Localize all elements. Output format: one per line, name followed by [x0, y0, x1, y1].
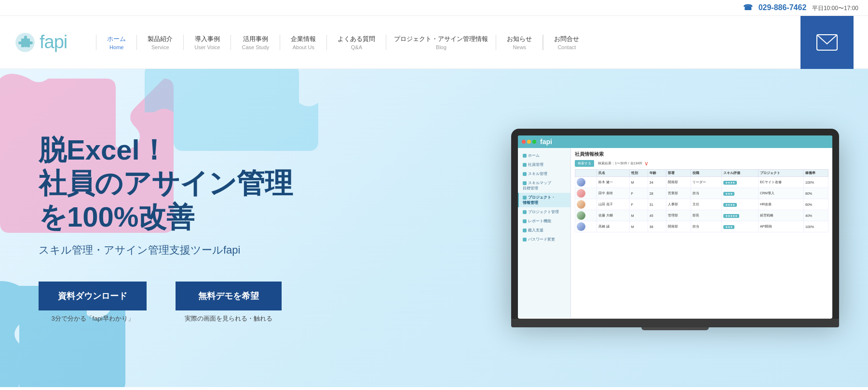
sidebar-skillmap[interactable]: スキルマップ目標管理: [518, 178, 570, 193]
nav-item-service[interactable]: 製品紹介 Service: [137, 35, 184, 50]
screen-header-bar: fapi: [518, 135, 832, 148]
screen-main-area: 社員情報検索 検索する 検索結果：1〜30件 / 全134件 ∨ 氏名: [571, 148, 832, 318]
logo-link[interactable]: fapi: [14, 32, 67, 53]
nav-item-contact-en: Contact: [557, 44, 576, 50]
sidebar-support[interactable]: 鑑入支援: [518, 226, 570, 235]
search-button[interactable]: 検索する: [575, 160, 594, 167]
cell-rate: 100%: [804, 221, 828, 232]
col-rate: 稼働率: [804, 170, 828, 177]
nav-item-blog[interactable]: プロジェクト・アサイン管理情報 Blog: [386, 35, 496, 50]
nav-item-news[interactable]: お知らせ News: [496, 35, 543, 50]
sidebar-employee[interactable]: 社員管理: [518, 160, 570, 169]
headline-line3: を100%改善: [39, 201, 194, 232]
hero-section: 脱Excel！ 社員のアサイン管理 を100%改善 スキル管理・アサイン管理支援…: [0, 69, 868, 387]
logo-text: fapi: [40, 32, 67, 53]
cell-name: 鈴木 健一: [597, 177, 629, 188]
cell-avatar: [575, 177, 597, 188]
cell-rate: 100%: [804, 177, 828, 188]
cell-project: ECサイト改修: [758, 177, 803, 188]
sidebar-skill[interactable]: スキル管理: [518, 169, 570, 178]
nav-item-aboutus-ja: 企業情報: [291, 35, 316, 43]
cell-age: 45: [648, 210, 666, 221]
col-age: 年齢: [648, 170, 666, 177]
sidebar-home[interactable]: ホーム: [518, 151, 570, 160]
nav-item-casestudy-ja: 活用事例: [243, 35, 268, 43]
top-bar: ☎ 029-886-7462 平日10:00〜17:00: [0, 0, 868, 16]
main-nav: ホーム Home 製品紹介 Service 導入事例 User Voice 活用…: [96, 35, 800, 50]
demo-button[interactable]: 無料デモを希望: [176, 282, 282, 310]
table-row[interactable]: 佐藤 大輔 M 45 管理部 部長 ★★★★★ 経営戦略 40%: [575, 210, 828, 221]
cell-rate: 40%: [804, 210, 828, 221]
table-row[interactable]: 高橋 誠 M 38 開発部 担当 ★★★ API開発 100%: [575, 221, 828, 232]
close-dot: [522, 140, 526, 144]
nav-item-casestudy[interactable]: 活用事例 Case Study: [231, 35, 280, 50]
laptop-base: [511, 319, 839, 327]
result-count: 検索結果：1〜30件 / 全134件: [598, 161, 642, 166]
sidebar-report[interactable]: レポート機能: [518, 216, 570, 226]
headline-line2: 社員のアサイン管理: [39, 167, 293, 199]
cell-skill: ★★★★: [721, 199, 758, 210]
dropdown-arrow[interactable]: ∨: [644, 160, 649, 167]
sidebar-projmgmt[interactable]: プロジェクト管理: [518, 207, 570, 216]
employee-table: 氏名 性別 年齢 部署 役職 スキル評価 プロジェクト 稼働率: [575, 169, 828, 232]
cell-project: API開発: [758, 221, 803, 232]
nav-item-qa-en: Q&A: [351, 44, 362, 50]
cell-name: 山田 花子: [597, 199, 629, 210]
nav-item-home[interactable]: ホーム Home: [96, 35, 137, 50]
cell-age: 28: [648, 188, 666, 199]
cell-age: 34: [648, 177, 666, 188]
sidebar-password[interactable]: パスワード変更: [518, 235, 570, 244]
laptop-mockup: fapi ホーム 社員管理 スキル管理 スキルマップ目標管理 プロジェクト・情報…: [511, 129, 839, 327]
download-caption: 3分で分かる「fapi早わかり」: [51, 314, 134, 323]
nav-item-casestudy-en: Case Study: [242, 44, 269, 50]
nav-item-contact[interactable]: お問合せ Contact: [543, 35, 590, 50]
cell-project: CRM導入: [758, 188, 803, 199]
cell-avatar: [575, 199, 597, 210]
header: fapi ホーム Home 製品紹介 Service 導入事例 User Voi…: [0, 16, 868, 69]
laptop-outer: fapi ホーム 社員管理 スキル管理 スキルマップ目標管理 プロジェクト・情報…: [511, 129, 839, 319]
cell-avatar: [575, 210, 597, 221]
table-row[interactable]: 山田 花子 F 31 人事部 主任 ★★★★ HR改善 60%: [575, 199, 828, 210]
cell-project: 経営戦略: [758, 210, 803, 221]
cell-gender: F: [629, 199, 648, 210]
sidebar-project[interactable]: プロジェクト・情報管理: [518, 193, 570, 207]
hero-buttons: 資料ダウンロード 3分で分かる「fapi早わかり」 無料デモを希望 実際の画面を…: [39, 282, 293, 323]
cell-dept: 開発部: [666, 177, 691, 188]
nav-item-uservoice[interactable]: 導入事例 User Voice: [184, 35, 231, 50]
nav-item-qa[interactable]: よくある質問 Q&A: [327, 35, 386, 50]
cell-project: HR改善: [758, 199, 803, 210]
download-button[interactable]: 資料ダウンロード: [39, 282, 147, 310]
screen-logo-text: fapi: [540, 138, 552, 146]
cell-skill: ★★★★: [721, 177, 758, 188]
mail-icon: [816, 34, 838, 51]
cell-avatar: [575, 188, 597, 199]
table-row[interactable]: 田中 美咲 F 28 営業部 担当 ★★★ CRM導入 80%: [575, 188, 828, 199]
cell-avatar: [575, 221, 597, 232]
headline-line1: 脱Excel！: [39, 134, 168, 165]
col-role: 役職: [691, 170, 721, 177]
phone-number: ☎: [743, 3, 753, 12]
screen-page-title: 社員情報検索: [575, 151, 828, 158]
nav-item-home-en: Home: [109, 44, 123, 50]
cell-rate: 80%: [804, 188, 828, 199]
business-hours: 平日10:00〜17:00: [812, 5, 858, 12]
hero-subtext: スキル管理・アサイン管理支援ツールfapi: [39, 243, 293, 257]
download-btn-group: 資料ダウンロード 3分で分かる「fapi早わかり」: [39, 282, 147, 323]
nav-item-aboutus[interactable]: 企業情報 About Us: [280, 35, 327, 50]
minimize-dot: [527, 140, 531, 144]
screen-sidebar: ホーム 社員管理 スキル管理 スキルマップ目標管理 プロジェクト・情報管理 プロ…: [518, 148, 571, 318]
table-row[interactable]: 鈴木 健一 M 34 開発部 リーダー ★★★★ ECサイト改修 100%: [575, 177, 828, 188]
nav-item-home-ja: ホーム: [107, 35, 126, 43]
laptop-screen: fapi ホーム 社員管理 スキル管理 スキルマップ目標管理 プロジェクト・情報…: [518, 135, 832, 319]
cell-name: 高橋 誠: [597, 221, 629, 232]
cell-dept: 開発部: [666, 221, 691, 232]
demo-caption: 実際の画面を見られる・触れる: [185, 314, 272, 323]
cell-dept: 営業部: [666, 188, 691, 199]
col-dept: 部署: [666, 170, 691, 177]
nav-item-uservoice-en: User Voice: [194, 44, 220, 50]
nav-item-news-ja: お知らせ: [507, 35, 532, 43]
cell-gender: M: [629, 177, 648, 188]
nav-item-uservoice-ja: 導入事例: [195, 35, 220, 43]
mail-button[interactable]: [800, 16, 854, 69]
nav-item-contact-ja: お問合せ: [554, 35, 579, 43]
